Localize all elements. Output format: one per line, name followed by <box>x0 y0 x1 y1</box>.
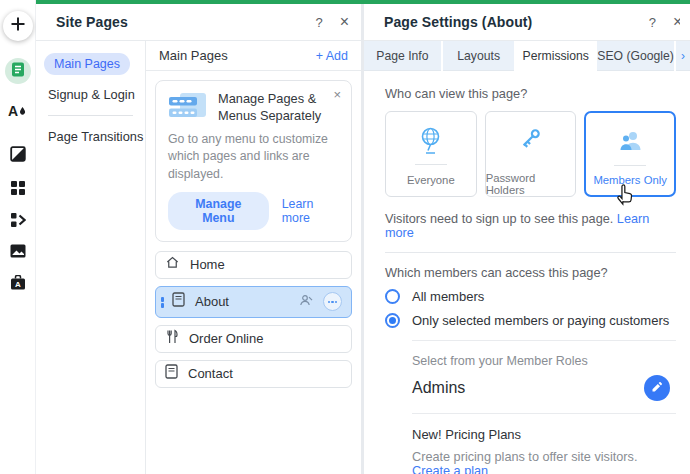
page-settings-title: Page Settings (About) <box>384 14 532 30</box>
promo-title: Manage Pages & Menus Separately <box>218 91 341 124</box>
manage-menu-button[interactable]: Manage Menu <box>168 192 269 230</box>
option-label: Password Holders <box>486 172 576 196</box>
create-plan-link[interactable]: Create a plan <box>412 464 488 474</box>
my-business-icon: A <box>10 275 26 294</box>
site-pages-panel: Site Pages ? × Main Pages Signup & Login… <box>36 4 361 474</box>
pencil-icon <box>651 381 663 396</box>
add-button[interactable] <box>3 11 33 41</box>
page-more-actions-button[interactable] <box>323 292 342 311</box>
pages-list-column: Main Pages + Add × Manage Pages & Menus … <box>146 41 361 474</box>
promo-body: Go to any menu to customize which pages … <box>168 131 341 183</box>
tabs-overflow-chevron-icon[interactable]: › <box>676 41 690 71</box>
site-pages-title: Site Pages <box>56 14 128 30</box>
member-roles-section: Select from your Member Roles Admins <box>412 354 676 401</box>
app-market-button[interactable] <box>10 212 26 232</box>
my-business-button[interactable]: A <box>10 275 26 294</box>
option-everyone[interactable]: Everyone <box>385 111 477 197</box>
promo-learn-more-link[interactable]: Learn more <box>282 197 341 225</box>
editor-toolbar: A A <box>0 0 36 474</box>
help-icon[interactable]: ? <box>649 15 656 30</box>
radio-icon[interactable] <box>385 289 400 304</box>
tab-permissions[interactable]: Permissions <box>516 41 595 71</box>
signup-note: Visitors need to sign up to see this pag… <box>385 212 676 240</box>
site-design-icon: A <box>8 103 27 123</box>
menus-illustration-icon <box>168 92 208 124</box>
editor-screen: A A Site Pages ? × Main Pages Signup & <box>0 0 690 474</box>
edit-roles-button[interactable] <box>644 375 670 401</box>
pages-list-title: Main Pages <box>159 48 228 63</box>
close-icon[interactable]: × <box>673 14 680 30</box>
pricing-title: New! Pricing Plans <box>412 427 676 442</box>
app-market-icon <box>10 212 26 232</box>
pages-panel-button[interactable] <box>5 58 31 84</box>
promo-close-icon[interactable]: × <box>333 88 341 101</box>
pages-icon <box>11 62 25 81</box>
view-question: Who can view this page? <box>385 86 676 101</box>
sidebar-item-main-pages[interactable]: Main Pages <box>44 53 145 75</box>
page-item-order-online[interactable]: Order Online <box>155 325 352 353</box>
option-label: Everyone <box>407 174 455 186</box>
option-label: Members Only <box>593 174 666 186</box>
sidebar-item-page-transitions[interactable]: Page Transitions <box>36 123 145 150</box>
page-list: Home About Order Online <box>155 251 352 388</box>
roles-label: Select from your Member Roles <box>412 354 676 368</box>
radio-icon[interactable] <box>385 313 400 328</box>
page-item-about[interactable]: About <box>155 286 352 318</box>
section-divider <box>385 252 676 253</box>
permissions-content: Who can view this page? Everyone Passwor… <box>364 71 690 474</box>
sidebar-divider <box>48 115 133 116</box>
background-button[interactable] <box>10 146 26 166</box>
close-icon[interactable]: × <box>340 14 349 30</box>
page-icon <box>165 364 178 383</box>
add-page-link[interactable]: + Add <box>316 49 348 63</box>
members-icon <box>616 126 644 156</box>
restaurant-icon <box>165 329 179 348</box>
add-icon <box>10 16 26 36</box>
background-icon <box>10 146 26 166</box>
tab-page-info[interactable]: Page Info <box>364 41 441 71</box>
section-divider <box>412 413 676 414</box>
page-icon <box>172 292 185 311</box>
section-divider <box>412 340 676 341</box>
page-settings-panel: Page Settings (About) ? × Page Info Layo… <box>364 4 690 474</box>
pricing-body: Create pricing plans to offer site visit… <box>412 450 676 474</box>
page-item-contact[interactable]: Contact <box>155 360 352 388</box>
site-pages-header: Site Pages ? × <box>36 4 361 41</box>
page-item-home[interactable]: Home <box>155 251 352 279</box>
help-icon[interactable]: ? <box>315 15 322 30</box>
add-elements-icon <box>10 180 26 200</box>
site-design-button[interactable]: A <box>8 103 27 123</box>
roles-value: Admins <box>412 379 644 397</box>
option-password-holders[interactable]: Password Holders <box>485 111 577 197</box>
members-question: Which members can access this page? <box>385 265 676 280</box>
media-icon <box>10 244 26 262</box>
page-settings-tabs: Page Info Layouts Permissions SEO (Googl… <box>364 41 690 71</box>
option-members-only[interactable]: Members Only <box>584 111 676 197</box>
members-restricted-icon <box>299 293 313 311</box>
manage-menus-promo-card: × Manage Pages & Menus Separately Go to … <box>155 80 352 242</box>
radio-all-members[interactable]: All members <box>385 289 676 304</box>
tab-seo-google[interactable]: SEO (Google) <box>597 41 674 71</box>
pricing-plans-section: New! Pricing Plans Create pricing plans … <box>412 427 676 474</box>
add-elements-button[interactable] <box>10 180 26 200</box>
media-button[interactable] <box>10 244 26 262</box>
svg-text:A: A <box>8 103 18 119</box>
globe-icon <box>417 125 444 155</box>
view-option-cards: Everyone Password Holders Members Only <box>385 111 676 197</box>
home-icon <box>165 255 180 274</box>
radio-only-selected-members[interactable]: Only selected members or paying customer… <box>385 313 676 328</box>
site-pages-sidebar: Main Pages Signup & Login Page Transitio… <box>36 41 146 474</box>
tab-layouts[interactable]: Layouts <box>443 41 515 71</box>
drag-handle-icon[interactable] <box>161 297 164 308</box>
svg-text:A: A <box>15 280 21 289</box>
sidebar-item-signup-login[interactable]: Signup & Login <box>36 81 145 108</box>
pages-list-divider <box>146 70 361 71</box>
key-icon <box>516 125 544 154</box>
page-settings-header: Page Settings (About) ? × <box>364 4 690 41</box>
